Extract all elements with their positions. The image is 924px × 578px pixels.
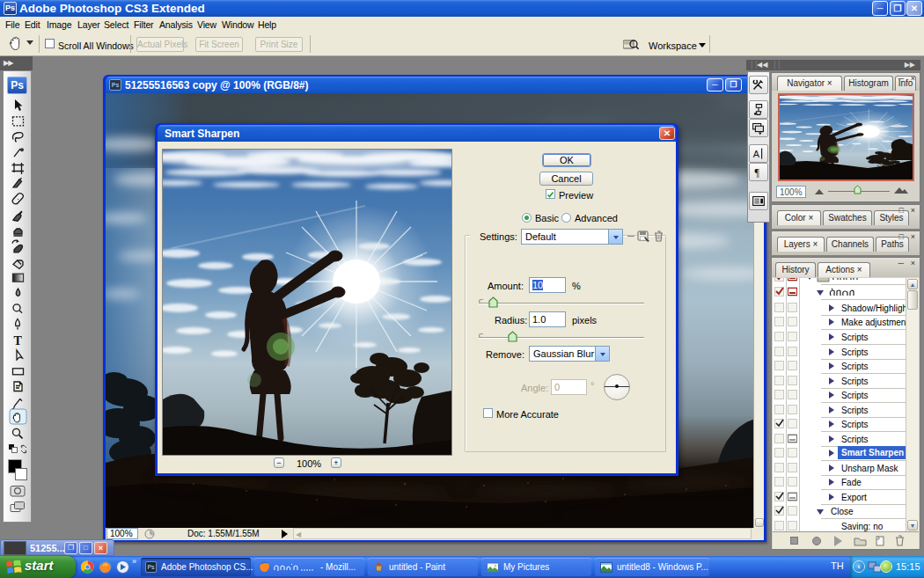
svg-text:A: A [753,149,760,159]
svg-text:¶: ¶ [754,167,759,179]
svg-text:T: T [14,334,23,348]
